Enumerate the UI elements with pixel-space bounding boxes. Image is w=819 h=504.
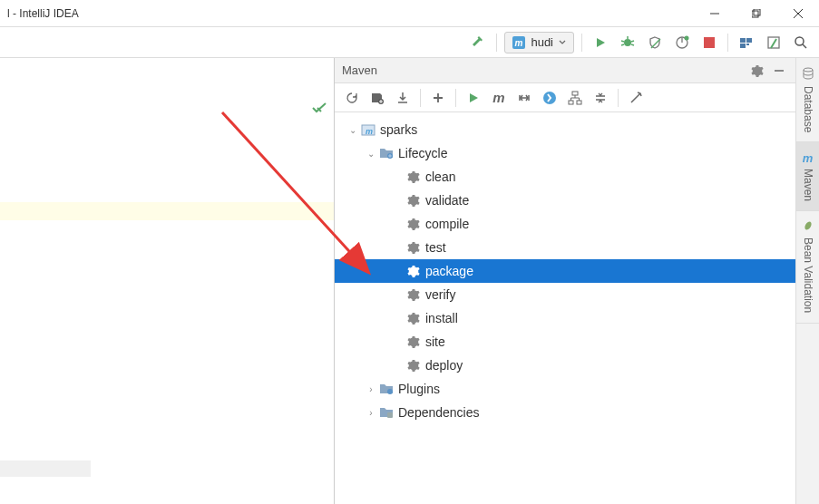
maven-toolbar: m [335, 83, 795, 112]
chevron-down-icon[interactable]: ⌄ [364, 149, 378, 159]
minimize-button[interactable] [694, 0, 736, 27]
execute-maven-icon[interactable]: m [487, 86, 511, 110]
generate-sources-icon[interactable] [366, 86, 389, 110]
lifecycle-deploy[interactable]: deploy [335, 354, 795, 377]
svg-point-21 [795, 37, 804, 45]
lifecycle-test[interactable]: test [335, 236, 795, 259]
svg-rect-18 [740, 44, 746, 48]
tree-label: Dependencies [398, 405, 480, 420]
tree-label: site [425, 334, 445, 349]
svg-rect-34 [387, 412, 393, 418]
maven-hide-icon[interactable] [770, 62, 788, 80]
maven-settings-button[interactable] [624, 86, 648, 110]
svg-rect-19 [746, 44, 749, 45]
gear-icon [405, 241, 422, 254]
sidebar-tab-maven[interactable]: m Maven [796, 142, 819, 211]
tree-label: deploy [425, 358, 463, 373]
toggle-offline-icon[interactable] [512, 86, 536, 110]
sidebar-tab-bean-validation[interactable]: Bean Validation [796, 211, 819, 323]
svg-line-10 [631, 41, 634, 42]
svg-rect-17 [746, 38, 752, 43]
editor-area[interactable] [0, 58, 334, 504]
maven-settings-icon[interactable] [748, 62, 766, 80]
svg-line-12 [631, 44, 634, 45]
gear-icon [405, 218, 422, 230]
gear-icon [405, 194, 422, 207]
tree-lifecycle[interactable]: ⌄ Lifecycle [335, 141, 795, 165]
svg-line-11 [621, 44, 624, 45]
collapse-all-icon[interactable] [589, 86, 612, 110]
svg-rect-27 [572, 92, 578, 95]
editor-tab-placeholder [0, 460, 91, 477]
maven-tree[interactable]: ⌄ m sparks ⌄ Lifecycle cleanvalidatecomp… [335, 112, 795, 504]
gear-icon [405, 312, 422, 325]
maven-icon: m [803, 151, 814, 165]
maven-module-icon: m [360, 122, 376, 137]
gear-icon [405, 335, 422, 348]
lifecycle-package[interactable]: package [335, 259, 795, 283]
sidebar-tab-label: Database [802, 86, 814, 132]
right-sidebar: Database m Maven Bean Validation [795, 58, 819, 504]
svg-point-14 [685, 35, 689, 40]
tree-label: sparks [380, 122, 417, 137]
separator [618, 89, 619, 107]
main-content: Maven m [0, 58, 819, 504]
tree-label: clean [425, 170, 455, 184]
titlebar: l - IntelliJ IDEA [0, 0, 819, 27]
tree-label: test [425, 240, 446, 255]
coverage-button[interactable] [644, 32, 666, 53]
profiler-button[interactable] [671, 32, 693, 53]
settings-button[interactable] [763, 32, 785, 53]
lifecycle-clean[interactable]: clean [335, 165, 795, 189]
tree-label: verify [425, 287, 455, 302]
search-button[interactable] [790, 32, 812, 53]
maven-config-icon: m [512, 36, 525, 49]
maximize-button[interactable] [736, 0, 777, 27]
gear-icon [405, 170, 422, 183]
close-button[interactable] [777, 0, 819, 27]
svg-rect-15 [704, 37, 715, 48]
add-maven-icon[interactable] [426, 86, 450, 110]
bean-icon [803, 220, 814, 234]
inspections-ok-icon[interactable] [312, 102, 327, 116]
run-maven-icon[interactable] [462, 86, 485, 110]
hammer-icon[interactable] [467, 32, 489, 53]
svg-line-9 [621, 41, 624, 42]
editor-highlight-line [0, 202, 334, 220]
download-sources-icon[interactable] [391, 86, 414, 110]
chevron-down-icon [559, 39, 566, 46]
sidebar-tab-database[interactable]: Database [796, 58, 819, 142]
separator [727, 34, 728, 52]
lifecycle-compile[interactable]: compile [335, 212, 795, 236]
toggle-skip-tests-icon[interactable] [538, 86, 561, 110]
svg-text:m: m [366, 127, 373, 136]
stop-button[interactable] [698, 32, 720, 53]
main-toolbar: m hudi [0, 27, 819, 58]
separator [496, 34, 497, 52]
show-dependencies-icon[interactable] [563, 86, 587, 110]
run-button[interactable] [590, 32, 611, 53]
run-config-selector[interactable]: m hudi [504, 32, 574, 53]
lifecycle-install[interactable]: install [335, 306, 795, 330]
lifecycle-verify[interactable]: verify [335, 283, 795, 306]
tree-root-sparks[interactable]: ⌄ m sparks [335, 118, 795, 141]
tree-dependencies[interactable]: › Dependencies [335, 401, 795, 424]
debug-button[interactable] [617, 32, 639, 53]
gear-icon [405, 359, 422, 372]
lifecycle-site[interactable]: site [335, 330, 795, 354]
chevron-down-icon[interactable]: ⌄ [346, 125, 360, 135]
svg-point-35 [804, 68, 813, 72]
folder-icon [378, 146, 395, 160]
chevron-right-icon[interactable]: › [364, 408, 378, 418]
project-structure-button[interactable] [736, 32, 757, 53]
maven-panel-title: Maven [342, 63, 377, 77]
window-controls [694, 0, 819, 27]
maven-panel: Maven m [334, 58, 795, 504]
maven-panel-header: Maven [335, 58, 795, 83]
reload-icon[interactable] [340, 86, 364, 110]
lifecycle-validate[interactable]: validate [335, 189, 795, 212]
chevron-right-icon[interactable]: › [364, 384, 378, 394]
run-config-label: hudi [531, 35, 553, 49]
gear-icon [405, 265, 422, 277]
tree-plugins[interactable]: › Plugins [335, 377, 795, 401]
